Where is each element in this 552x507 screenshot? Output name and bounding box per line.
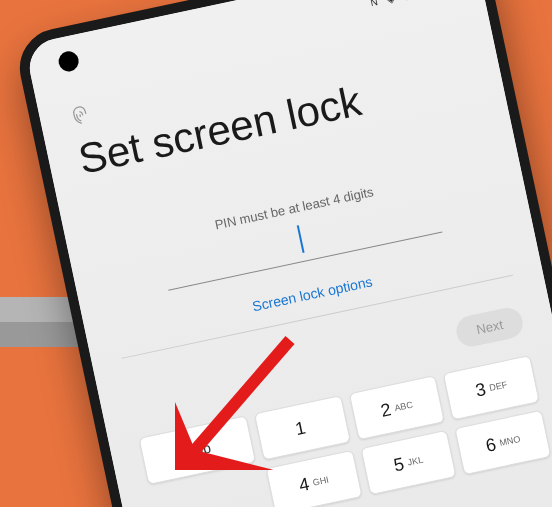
key-number: 1: [293, 417, 307, 440]
key-1[interactable]: 1: [254, 395, 351, 460]
key-3[interactable]: 3 DEF: [443, 355, 540, 420]
key-number: 6: [484, 434, 498, 457]
key-number: 3: [474, 379, 488, 402]
key-number: 4: [297, 473, 311, 496]
key-letters: GHI: [312, 475, 330, 488]
pin-hint: PIN must be at least 4 digits: [97, 159, 491, 257]
next-button[interactable]: Next: [454, 305, 526, 349]
key-2[interactable]: 2 ABC: [348, 375, 445, 440]
numeric-keypad: Skip 1 2 ABC 3 DEF 4 GHI 5 JKL: [139, 355, 552, 507]
key-number: 2: [379, 399, 393, 422]
nfc-icon: N: [366, 0, 382, 9]
key-4[interactable]: 4 GHI: [266, 450, 363, 507]
phone-screen: N ◈ ◢ ◢ ▮ Set screen lock PIN must be at…: [24, 0, 552, 507]
phone-frame: N ◈ ◢ ◢ ▮ Set screen lock PIN must be at…: [12, 0, 552, 507]
key-letters: JKL: [407, 455, 424, 468]
key-5[interactable]: 5 JKL: [360, 430, 457, 495]
key-letters: ABC: [394, 399, 414, 413]
skip-button[interactable]: Skip: [139, 415, 257, 485]
key-letters: DEF: [488, 379, 508, 393]
key-number: 5: [392, 453, 406, 476]
input-cursor: [297, 225, 305, 253]
wifi-icon: ◈: [383, 0, 399, 5]
pin-input-area[interactable]: PIN must be at least 4 digits: [97, 159, 501, 303]
key-letters: MNO: [499, 434, 522, 448]
key-6[interactable]: 6 MNO: [455, 410, 552, 475]
signal-icon: ◢: [401, 0, 417, 1]
